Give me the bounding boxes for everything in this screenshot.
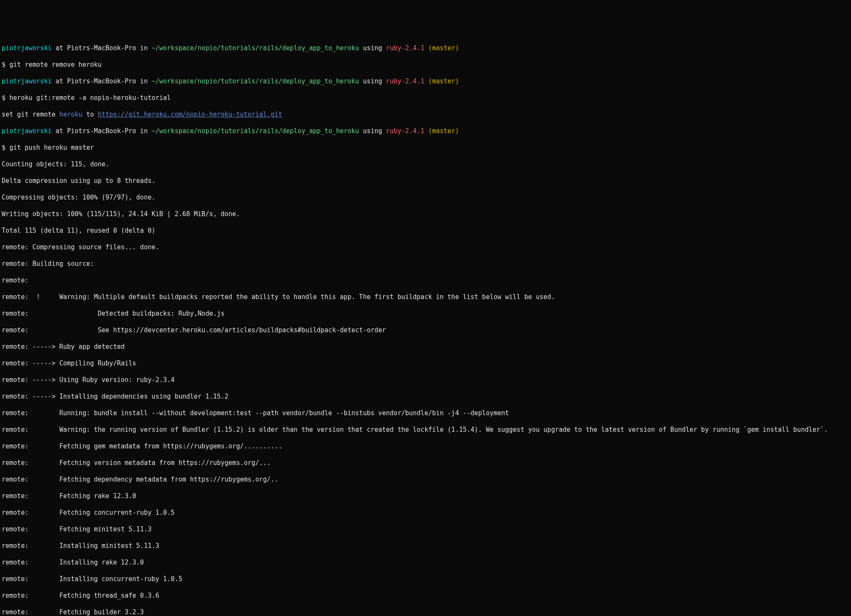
output-line: remote: Installing concurrent-ruby 1.0.5 — [2, 575, 849, 584]
output-line: remote: Fetching gem metadata from https… — [2, 442, 849, 451]
output-line: remote: -----> Using Ruby version: ruby-… — [2, 376, 849, 385]
output-line: Writing objects: 100% (115/115), 24.14 K… — [2, 210, 849, 219]
output-line: remote: Installing rake 12.3.0 — [2, 559, 849, 567]
output-line: remote: Fetching version metadata from h… — [2, 459, 849, 468]
output-line: remote: Installing minitest 5.11.3 — [2, 542, 849, 550]
shell-prompt-line: piotrjaworski at Piotrs-MacBook-Pro in ~… — [2, 77, 849, 86]
output-line: remote: Detected buildpacks: Ruby,Node.j… — [2, 310, 849, 318]
output-line: remote: Running: bundle install --withou… — [2, 409, 849, 418]
shell-prompt-line: piotrjaworski at Piotrs-MacBook-Pro in ~… — [2, 44, 849, 53]
output-line: remote: Fetching rake 12.3.0 — [2, 492, 849, 501]
output-line: Delta compression using up to 8 threads. — [2, 177, 849, 185]
output-line: remote: Fetching builder 3.2.3 — [2, 608, 849, 616]
output-line: remote: Fetching concurrent-ruby 1.0.5 — [2, 509, 849, 517]
output-line: remote: Fetching dependency metadata fro… — [2, 476, 849, 484]
terminal-output[interactable]: piotrjaworski at Piotrs-MacBook-Pro in ~… — [2, 36, 849, 616]
ruby-version: ruby-2.4.1 — [386, 44, 424, 52]
command-line: $ heroku git:remote -a nopio-heroku-tuto… — [2, 94, 849, 103]
remote-name: heroku — [59, 111, 82, 118]
git-branch: (master) — [424, 44, 459, 52]
output-line: remote: Fetching thread_safe 0.3.6 — [2, 592, 849, 600]
shell-prompt-line: piotrjaworski at Piotrs-MacBook-Pro in ~… — [2, 127, 849, 136]
output-line: Total 115 (delta 11), reused 0 (delta 0) — [2, 227, 849, 235]
output-line: remote: — [2, 277, 849, 285]
output-line: remote: -----> Ruby app detected — [2, 343, 849, 351]
prompt-path: ~/workspace/nopio/tutorials/rails/deploy… — [151, 44, 359, 52]
output-line: remote: Fetching minitest 5.11.3 — [2, 525, 849, 534]
output-line: remote: -----> Compiling Ruby/Rails — [2, 359, 849, 368]
prompt-user: piotrjaworski — [2, 44, 51, 52]
command-line: $ git remote remove heroku — [2, 61, 849, 69]
command-line: $ git push heroku master — [2, 144, 849, 152]
output-line: remote: See https://devcenter.heroku.com… — [2, 326, 849, 335]
heroku-git-url: https://git.heroku.com/nopio-heroku-tuto… — [98, 111, 282, 118]
output-line: remote: ! Warning: Multiple default buil… — [2, 293, 849, 302]
output-line: set git remote heroku to https://git.her… — [2, 111, 849, 119]
output-line: remote: Compressing source files... done… — [2, 243, 849, 252]
output-line: Compressing objects: 100% (97/97), done. — [2, 194, 849, 202]
output-line: Counting objects: 115, done. — [2, 160, 849, 169]
output-line: remote: Warning: the running version of … — [2, 426, 849, 434]
output-line: remote: Building source: — [2, 260, 849, 268]
output-line: remote: -----> Installing dependencies u… — [2, 393, 849, 401]
